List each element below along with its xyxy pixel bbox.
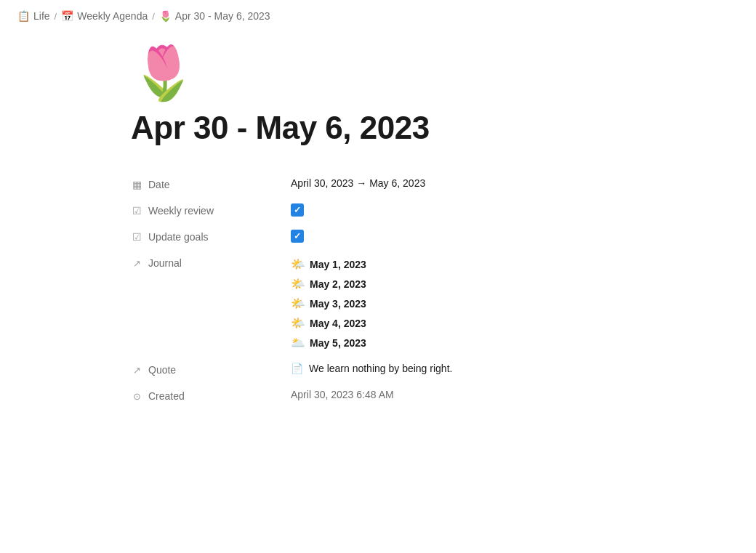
quote-property: ↗ Quote 📄 We learn nothing by being righ… xyxy=(131,357,625,383)
update-goals-label: ☑ Update goals xyxy=(131,230,291,243)
breadcrumb-life-label: Life xyxy=(33,10,50,22)
created-label: ⊙ Created xyxy=(131,389,291,402)
quote-relation-icon: ↗ xyxy=(131,365,142,376)
journal-entry-4-text: May 4, 2023 xyxy=(310,318,366,329)
weekly-review-property: ☑ Weekly review ✓ xyxy=(131,198,625,224)
date-label: ▦ Date xyxy=(131,177,291,190)
created-value: April 30, 2023 6:48 AM xyxy=(291,389,625,400)
journal-entry-3-text: May 3, 2023 xyxy=(310,298,366,310)
page-icon: 🌷 xyxy=(131,47,625,99)
page-title: Apr 30 - May 6, 2023 xyxy=(131,110,625,145)
breadcrumb-separator-1: / xyxy=(55,11,57,22)
journal-entry-2[interactable]: 🌤️ May 2, 2023 xyxy=(291,275,625,292)
relation-icon: ↗ xyxy=(131,258,142,269)
update-goals-value: ✓ xyxy=(291,230,625,243)
journal-entry-2-text: May 2, 2023 xyxy=(310,278,366,290)
checkbox-icon-1: ☑ xyxy=(131,205,142,217)
checkbox-icon-2: ☑ xyxy=(131,231,142,243)
journal-entry-4[interactable]: 🌤️ May 4, 2023 xyxy=(291,315,625,331)
date-property: ▦ Date April 30, 2023 → May 6, 2023 xyxy=(131,171,625,198)
journal-entry-5-text: May 5, 2023 xyxy=(310,337,366,349)
weekly-agenda-icon: 📅 xyxy=(61,10,73,22)
journal-entry-1-emoji: 🌤️ xyxy=(291,257,305,271)
weekly-review-label: ☑ Weekly review xyxy=(131,203,291,217)
quote-label: ↗ Quote xyxy=(131,363,291,376)
journal-label: ↗ Journal xyxy=(131,256,291,269)
journal-entry-3[interactable]: 🌤️ May 3, 2023 xyxy=(291,295,625,312)
journal-entry-1-text: May 1, 2023 xyxy=(310,259,366,270)
current-page-icon: 🌷 xyxy=(159,10,172,22)
life-icon: 📋 xyxy=(17,10,30,22)
journal-entry-2-emoji: 🌤️ xyxy=(291,277,305,291)
breadcrumb: 📋 Life / 📅 Weekly Agenda / 🌷 Apr 30 - Ma… xyxy=(0,0,756,32)
properties-section: ▦ Date April 30, 2023 → May 6, 2023 ☑ We… xyxy=(131,171,625,409)
breadcrumb-weekly-agenda-label: Weekly Agenda xyxy=(77,10,148,22)
document-icon: 📄 xyxy=(291,363,303,374)
calendar-icon: ▦ xyxy=(131,179,142,190)
quote-value[interactable]: 📄 We learn nothing by being right. xyxy=(291,363,625,374)
weekly-review-checkbox[interactable]: ✓ xyxy=(291,203,304,217)
breadcrumb-weekly-agenda[interactable]: 📅 Weekly Agenda xyxy=(61,10,148,22)
clock-icon: ⊙ xyxy=(131,391,142,402)
page-content: 🌷 Apr 30 - May 6, 2023 ▦ Date April 30, … xyxy=(87,32,669,453)
journal-entries: 🌤️ May 1, 2023 🌤️ May 2, 2023 🌤️ May 3, … xyxy=(291,256,625,351)
journal-entry-1[interactable]: 🌤️ May 1, 2023 xyxy=(291,256,625,273)
quote-content: 📄 We learn nothing by being right. xyxy=(291,363,625,374)
journal-entry-4-emoji: 🌤️ xyxy=(291,316,305,330)
weekly-review-value: ✓ xyxy=(291,203,625,217)
created-property: ⊙ Created April 30, 2023 6:48 AM xyxy=(131,383,625,409)
update-goals-property: ☑ Update goals ✓ xyxy=(131,224,625,250)
journal-entry-5[interactable]: 🌥️ May 5, 2023 xyxy=(291,334,625,351)
breadcrumb-separator-2: / xyxy=(152,11,155,22)
update-goals-checkbox[interactable]: ✓ xyxy=(291,230,304,243)
journal-entry-3-emoji: 🌤️ xyxy=(291,296,305,310)
breadcrumb-current-label: Apr 30 - May 6, 2023 xyxy=(175,10,270,22)
breadcrumb-life[interactable]: 📋 Life xyxy=(17,10,50,22)
journal-entry-5-emoji: 🌥️ xyxy=(291,336,305,350)
journal-property: ↗ Journal 🌤️ May 1, 2023 🌤️ May 2, 2023 … xyxy=(131,250,625,357)
date-value[interactable]: April 30, 2023 → May 6, 2023 xyxy=(291,177,625,189)
quote-text: We learn nothing by being right. xyxy=(309,363,452,374)
breadcrumb-current-page[interactable]: 🌷 Apr 30 - May 6, 2023 xyxy=(159,10,270,22)
